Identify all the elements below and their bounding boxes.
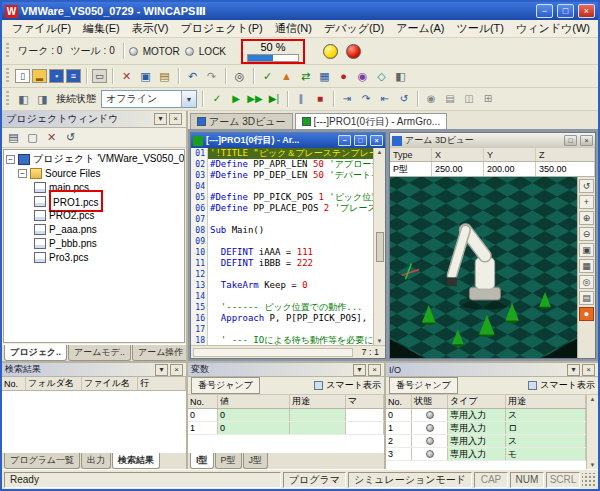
run-icon[interactable]: ▶ (227, 91, 245, 107)
code-line-09[interactable]: 09 (191, 236, 373, 247)
arm3d-titlebar[interactable]: アーム 3Dビュー □ × (390, 133, 595, 148)
comm-config-icon[interactable]: ◨ (34, 91, 51, 107)
project-tab-アームモデ..[interactable]: アームモデ.. (68, 345, 131, 361)
search-tab-検索結果[interactable]: 検索結果 (112, 453, 160, 469)
io-smart-label[interactable]: スマート表示 (540, 379, 595, 392)
search-table-body[interactable] (2, 391, 186, 452)
title-bar[interactable]: W VMWare_VS050_0729 - WINCAPSⅢ − □ × (2, 2, 598, 20)
variable-panel-titlebar[interactable]: 変数 ▾ × (188, 363, 384, 377)
code-line-02[interactable]: 02#Define PP_APR_LEN 50 'アプローチ長 (191, 159, 373, 170)
menu-編集(E)[interactable]: 編集(E) (77, 20, 126, 37)
code-line-10[interactable]: 10 DEFINT iAAA = 111 (191, 247, 373, 258)
zoom-out-icon[interactable]: ⊖ (579, 227, 594, 241)
breakpoint-list-icon[interactable]: ● (335, 68, 352, 84)
step-out-icon[interactable]: ⇤ (376, 91, 394, 107)
io-row[interactable]: 3専用入力モ (386, 448, 586, 461)
build-icon[interactable]: ▲ (278, 68, 295, 84)
redo-icon[interactable]: ↷ (203, 68, 220, 84)
reset-icon[interactable]: ↺ (395, 91, 413, 107)
step-over-icon[interactable]: ↷ (357, 91, 375, 107)
find-icon[interactable]: ◎ (231, 68, 248, 84)
pin-icon[interactable]: ▾ (567, 364, 580, 376)
io-row[interactable]: 2専用入力ス (386, 435, 586, 448)
maximize-button[interactable]: □ (557, 4, 574, 18)
add-file-icon[interactable]: ▢ (24, 130, 41, 146)
tree-item-PRO1.pcs[interactable]: PRO1.pcs (4, 194, 184, 208)
toolbar-grip[interactable] (6, 43, 9, 59)
resize-grip[interactable] (582, 473, 596, 487)
floor-toggle-icon[interactable]: ▤ (579, 291, 594, 305)
editor-horizontal-scrollbar[interactable] (193, 348, 353, 357)
editor-titlebar[interactable]: [---]PRO1(0行目) - Ar... − □ × (191, 133, 385, 148)
menu-ウィンドウ(W)[interactable]: ウィンドウ(W) (510, 20, 596, 37)
arm3d-maximize-button[interactable]: □ (564, 135, 577, 146)
project-tab-アーム操作[interactable]: アーム操作 (132, 345, 188, 361)
variable-row[interactable]: 10 (188, 422, 384, 435)
io-row[interactable]: 1専用入力ロ (386, 422, 586, 435)
data-monitor-icon[interactable]: ▦ (316, 68, 333, 84)
new-file-icon[interactable]: ▯ (15, 69, 30, 83)
code-line-05[interactable]: 05#Define PP_PICK_POS 1 'ピック位置 (191, 192, 373, 203)
io-vertical-scrollbar[interactable]: ▲ ▼ (586, 395, 598, 469)
editor-minimize-button[interactable]: − (338, 135, 351, 146)
run-all-icon[interactable]: ▶▶ (246, 91, 264, 107)
close-icon[interactable]: × (582, 364, 595, 376)
code-line-13[interactable]: 13 TakeArm Keep = 0 (191, 280, 373, 291)
step-in-icon[interactable]: ⇥ (338, 91, 356, 107)
io-monitor-icon[interactable]: ◉ (354, 68, 371, 84)
mdi-tab-[---]PRO1(0行目) - ArmGro...[interactable]: [---]PRO1(0行目) - ArmGro... (295, 113, 448, 129)
io-row[interactable]: 0専用入力ス (386, 409, 586, 422)
scroll-down-icon[interactable]: ▼ (590, 462, 596, 468)
toolbar-grip[interactable] (6, 68, 9, 84)
arm-monitor-icon[interactable]: ◇ (373, 68, 390, 84)
menu-表示(V)[interactable]: 表示(V) (126, 20, 175, 37)
code-line-15[interactable]: 15 '------ ピック位置での動作... (191, 302, 373, 313)
transfer-icon[interactable]: ⇄ (297, 68, 314, 84)
code-line-06[interactable]: 06#Define PP_PLACE_POS 2 'プレース位置 (191, 203, 373, 214)
variable-smart-label[interactable]: スマート表示 (326, 379, 381, 392)
camera-icon[interactable]: ◎ (579, 275, 594, 289)
io-panel-titlebar[interactable]: I/O ▾ × (386, 363, 598, 377)
menu-プロジェクト(P)[interactable]: プロジェクト(P) (174, 20, 268, 37)
arm-position-row[interactable]: P型250.00200.00350.00 (390, 162, 595, 176)
io-table-body[interactable]: 0専用入力ス1専用入力ロ2専用入力ス3専用入力モ (386, 409, 586, 469)
connection-status-combo[interactable]: オフライン ▼ (101, 90, 197, 108)
options-icon[interactable]: ◧ (392, 68, 409, 84)
toolbar-grip[interactable] (6, 91, 9, 107)
var-tab-I型[interactable]: I型 (190, 453, 214, 469)
minimize-button[interactable]: − (536, 4, 553, 18)
code-line-03[interactable]: 03#Define PP_DEP_LEN 50 'デパート長 (191, 170, 373, 181)
capture-icon[interactable]: ● (579, 307, 594, 321)
tree-expander-icon[interactable]: − (6, 155, 15, 164)
editor-close-button[interactable]: × (370, 135, 383, 146)
menu-通信(N)[interactable]: 通信(N) (269, 20, 318, 37)
save-all-icon[interactable]: ≡ (66, 69, 81, 83)
search-panel-titlebar[interactable]: 検索結果 ▾ × (2, 363, 186, 377)
pin-icon[interactable]: ▾ (154, 113, 167, 125)
property-icon[interactable]: ▤ (5, 130, 22, 146)
code-line-01[interactable]: 01'!TITLE "ピック＆プレーステンプレート" (191, 148, 373, 159)
code-line-16[interactable]: 16 Approach P, P[PP_PICK_POS], 80 P... (191, 313, 373, 324)
var-tab-P型[interactable]: P型 (215, 453, 242, 469)
tree-item-P_bbb.pns[interactable]: P_bbb.pns (4, 236, 184, 250)
tree-item-project-root[interactable]: −プロジェクト 'VMWare_VS050_0729' (4, 152, 184, 166)
code-line-08[interactable]: 08Sub Main() (191, 225, 373, 236)
connect-icon[interactable]: ◧ (15, 91, 32, 107)
code-line-17[interactable]: 17 (191, 324, 373, 335)
tree-expander-icon[interactable]: − (18, 169, 27, 178)
menu-ヘルプ(H)[interactable]: ヘルプ(H) (596, 20, 600, 37)
arm3d-close-button[interactable]: × (580, 135, 593, 146)
code-line-12[interactable]: 12 (191, 269, 373, 280)
variable-jump-button[interactable]: 番号ジャンプ (191, 377, 260, 394)
copy-icon[interactable]: ▣ (137, 68, 154, 84)
menu-ファイル(F)[interactable]: ファイル(F) (6, 20, 77, 37)
close-icon[interactable]: × (170, 364, 183, 376)
mdi-tab-アーム 3Dビュー[interactable]: アーム 3Dビュー (190, 113, 293, 129)
menu-デバッグ(D)[interactable]: デバッグ(D) (318, 20, 390, 37)
editor-vertical-scrollbar[interactable]: ▲ ▼ (373, 148, 385, 345)
pause-icon[interactable]: ∥ (292, 91, 310, 107)
zoom-in-icon[interactable]: ⊕ (579, 211, 594, 225)
scroll-thumb[interactable] (376, 232, 384, 262)
arm-3d-window[interactable]: アーム 3Dビュー □ × TypeXYZ P型250.00200.00350.… (389, 132, 596, 359)
grid-window-icon[interactable]: ⊞ (479, 91, 497, 107)
